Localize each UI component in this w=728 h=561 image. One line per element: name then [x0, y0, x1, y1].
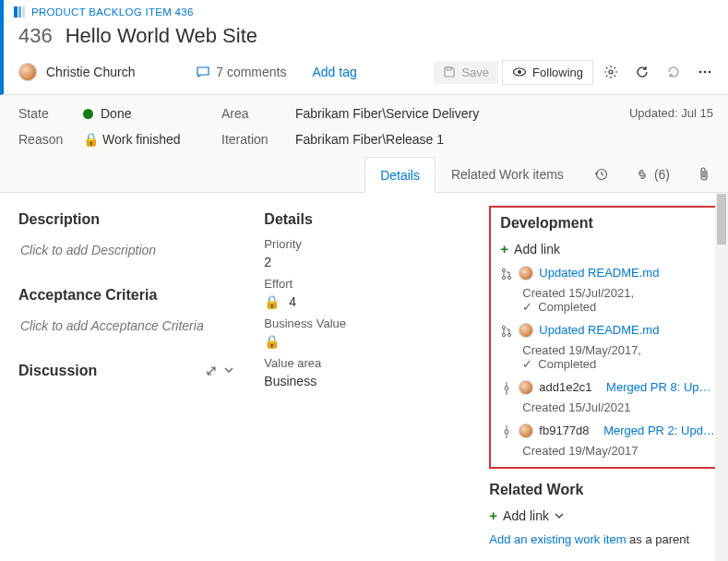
plus-icon: + [500, 241, 508, 257]
chevron-down-icon [555, 511, 564, 520]
dev-link[interactable]: Updated README.md [539, 266, 659, 280]
iteration-value[interactable]: Fabrikam Fiber\Release 1 [295, 132, 620, 147]
tab-attachments[interactable] [684, 156, 724, 192]
avatar [519, 266, 533, 280]
work-item-title[interactable]: Hello World Web Site [66, 24, 257, 48]
svg-point-5 [518, 70, 521, 74]
refresh-button[interactable] [628, 59, 656, 85]
more-actions-button[interactable] [691, 59, 719, 85]
ellipsis-icon [698, 65, 712, 79]
comments-link[interactable]: 7 comments [196, 65, 286, 79]
business-value-label: Business Value [264, 316, 459, 330]
settings-button[interactable] [597, 59, 625, 85]
commit-hash: fb9177d8 [539, 424, 589, 437]
work-item-type-label: PRODUCT BACKLOG ITEM 436 [31, 6, 194, 18]
state-dot-icon [83, 109, 93, 119]
svg-rect-1 [18, 6, 21, 18]
svg-point-16 [508, 333, 511, 336]
related-work-heading: Related Work [489, 482, 726, 498]
acceptance-criteria-heading: Acceptance Criteria [18, 287, 234, 304]
add-link-button[interactable]: + Add link [500, 241, 715, 257]
state-value[interactable]: Done [83, 106, 212, 121]
save-button[interactable]: Save [434, 61, 498, 84]
description-heading: Description [18, 211, 234, 228]
dev-created: Created 15/Jul/2021 [522, 400, 715, 414]
acceptance-criteria-input[interactable] [18, 313, 234, 339]
value-area-value[interactable]: Business [264, 374, 459, 388]
dev-created: Created 15/Jul/2021, [522, 286, 715, 300]
reason-label: Reason [18, 132, 74, 147]
description-input[interactable] [18, 237, 234, 263]
avatar [18, 63, 37, 81]
undo-button[interactable] [660, 59, 687, 85]
svg-point-11 [503, 269, 506, 271]
tab-details[interactable]: Details [364, 157, 436, 193]
area-label: Area [221, 106, 286, 121]
svg-rect-0 [14, 6, 18, 18]
dev-link[interactable]: Updated README.md [539, 323, 659, 337]
avatar [519, 424, 533, 438]
value-area-label: Value area [264, 356, 459, 370]
dev-created: Created 19/May/2017, [522, 343, 715, 357]
dev-item-commit[interactable]: fb9177d8 Merged PR 2: Upd… [500, 424, 715, 438]
pull-request-icon [500, 266, 513, 280]
svg-point-12 [503, 276, 506, 279]
dev-created: Created 19/May/2017 [522, 444, 715, 458]
pull-request-icon [500, 323, 513, 338]
dev-item-commit[interactable]: add1e2c1 Merged PR 8: Up… [500, 380, 715, 395]
priority-label: Priority [264, 237, 459, 251]
effort-value[interactable]: 🔒4 [264, 294, 459, 309]
svg-point-6 [609, 70, 613, 74]
business-value-value[interactable]: 🔒 [264, 334, 459, 349]
add-tag-button[interactable]: Add tag [312, 65, 356, 79]
assignee-name[interactable]: Christie Church [46, 65, 135, 79]
gear-icon [603, 65, 618, 79]
save-icon [443, 66, 456, 78]
work-item-id: 436 [18, 24, 53, 48]
attachment-icon [698, 167, 710, 182]
svg-point-7 [699, 71, 702, 74]
expand-icon[interactable] [205, 364, 218, 377]
svg-rect-2 [22, 6, 25, 18]
commit-icon [500, 380, 513, 395]
svg-rect-3 [447, 67, 451, 70]
lock-icon: 🔒 [264, 294, 280, 309]
updated-label: Updated: Jul 15 [629, 106, 713, 120]
scrollbar-thumb[interactable] [717, 194, 726, 245]
commit-icon [500, 424, 513, 438]
scrollbar[interactable] [715, 194, 728, 561]
check-icon: ✓ [522, 300, 532, 314]
undo-icon [666, 65, 681, 79]
commit-hash: add1e2c1 [539, 380, 591, 394]
lock-icon: 🔒 [264, 334, 280, 349]
dev-status: ✓Completed [522, 357, 715, 371]
state-label: State [18, 106, 74, 121]
dev-item-pr[interactable]: Updated README.md [500, 323, 715, 338]
dev-link[interactable]: Merged PR 2: Upd… [603, 424, 715, 437]
priority-value[interactable]: 2 [264, 255, 459, 269]
plus-icon: + [489, 507, 497, 523]
chevron-down-icon[interactable] [223, 364, 234, 377]
effort-label: Effort [264, 277, 459, 291]
history-icon [593, 167, 608, 182]
refresh-icon [635, 65, 650, 79]
tab-history[interactable] [579, 156, 622, 192]
development-heading: Development [500, 215, 715, 232]
svg-point-15 [503, 333, 506, 336]
discussion-heading: Discussion [18, 363, 97, 379]
details-heading: Details [264, 211, 459, 228]
comment-icon [196, 65, 210, 79]
follow-button[interactable]: Following [502, 60, 593, 85]
tab-related-work-items[interactable]: Related Work items [436, 156, 579, 192]
dev-link[interactable]: Merged PR 8: Up… [606, 380, 710, 394]
link-icon [636, 168, 649, 181]
reason-value[interactable]: 🔒Work finished [83, 132, 212, 147]
add-link-related-button[interactable]: + Add link [489, 507, 726, 523]
dev-item-pr[interactable]: Updated README.md [500, 266, 715, 280]
add-existing-work-item[interactable]: Add an existing work item as a parent [489, 532, 726, 546]
svg-point-14 [503, 326, 506, 328]
svg-point-13 [508, 276, 511, 279]
area-value[interactable]: Fabrikam Fiber\Service Delivery [295, 106, 620, 121]
dev-status: ✓Completed [522, 300, 715, 314]
tab-links[interactable]: (6) [622, 156, 684, 192]
